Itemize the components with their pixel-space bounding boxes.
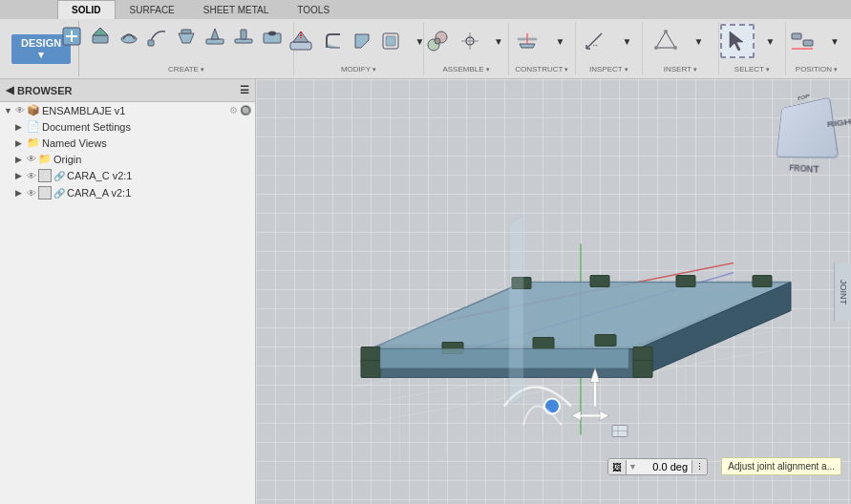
press-pull-btn[interactable] (284, 24, 318, 58)
rib-btn[interactable] (202, 24, 228, 49)
browser-menu-icon[interactable]: ☰ (240, 84, 249, 96)
web-btn[interactable] (230, 24, 257, 49)
modify-section-label[interactable]: MODIFY ▾ (341, 65, 376, 74)
expand-cara-a[interactable]: ▶ (15, 188, 25, 198)
align-btn[interactable] (785, 24, 819, 58)
loft-btn[interactable] (173, 24, 200, 49)
svg-rect-9 (206, 39, 223, 44)
svg-point-23 (435, 38, 440, 44)
cara-a-icon (38, 186, 52, 200)
browser-collapse-icon[interactable]: ◀ (6, 84, 13, 96)
offset-plane-btn[interactable] (510, 24, 544, 58)
joint-tab[interactable]: JOINT (834, 263, 851, 321)
expand-cara-c[interactable]: ▶ (15, 171, 25, 180)
extrude-btn[interactable] (87, 24, 114, 49)
cara-c-label: CARA_C v2:1 (67, 170, 132, 181)
expand-doc[interactable]: ▶ (15, 122, 25, 132)
svg-rect-39 (792, 33, 801, 39)
insert-icons: ▼ (649, 24, 712, 58)
sweep-btn[interactable] (144, 24, 171, 49)
svg-marker-28 (520, 44, 535, 48)
eye-root[interactable]: 👁 (15, 105, 25, 116)
doc-settings-label: Document Settings (42, 121, 131, 133)
eye-cara-a[interactable]: 👁 (27, 188, 36, 199)
chamfer-btn[interactable] (349, 29, 375, 53)
more-select-btn[interactable]: ▼ (756, 29, 783, 53)
measure-btn[interactable]: ↔ (577, 24, 611, 58)
degree-input[interactable] (639, 459, 691, 474)
doc-icon: 📄 (27, 120, 40, 133)
expand-root[interactable]: ▼ (4, 106, 13, 116)
tab-solid[interactable]: SOLID (57, 0, 116, 20)
cara-c-icon (38, 169, 52, 182)
svg-point-36 (673, 46, 677, 50)
cara-a-link-icon: 🔗 (53, 188, 65, 199)
svg-marker-34 (656, 32, 675, 48)
insert-mesh-btn[interactable] (649, 24, 683, 58)
viewcube[interactable]: TOP RIGHT FRONT (765, 89, 841, 165)
construct-section-label[interactable]: CONSTRUCT ▾ (515, 65, 568, 74)
tree-item-origin[interactable]: ▶ 👁 📁 Origin (0, 151, 255, 167)
more-insert-btn[interactable]: ▼ (685, 29, 712, 53)
viewcube-top-label[interactable]: TOP (797, 93, 809, 102)
cara-a-label: CARA_A v2:1 (67, 187, 131, 199)
tree-item-doc-settings[interactable]: ▶ 📄 Document Settings (0, 118, 255, 135)
root-circle[interactable]: 🔘 (240, 105, 251, 116)
more-construct-btn[interactable]: ▼ (546, 29, 573, 53)
inspect-section-label[interactable]: INSPECT ▾ (589, 65, 628, 74)
tooltip-adjust-joint: Adjust joint alignment a... (721, 457, 841, 475)
degree-dropdown-icon[interactable]: ▼ (627, 462, 639, 472)
tree-item-root[interactable]: ▼ 👁 📦 ENSAMBLAJE v1 ⚙ 🔘 (0, 102, 255, 118)
revolve-btn[interactable] (116, 24, 142, 49)
new-component-btn[interactable] (58, 24, 85, 49)
expand-origin[interactable]: ▶ (15, 155, 25, 164)
viewcube-face[interactable]: TOP RIGHT FRONT (777, 97, 840, 158)
svg-marker-38 (730, 32, 743, 51)
svg-rect-6 (148, 40, 154, 46)
insert-section-label[interactable]: INSERT ▾ (664, 65, 697, 74)
degree-menu[interactable]: ⋮ (691, 460, 707, 473)
tab-tools[interactable]: TOOLS (283, 0, 344, 19)
eye-cara-c[interactable]: 👁 (27, 171, 36, 181)
shell-btn[interactable] (377, 29, 404, 53)
section-create: ▼ CREATE ▾ (79, 22, 294, 75)
section-modify: ▼ MODIFY ▾ (294, 22, 424, 75)
create-section-label[interactable]: CREATE ▾ (168, 65, 204, 74)
svg-marker-75 (571, 411, 581, 421)
select-btn[interactable] (720, 24, 755, 58)
tab-row: SOLID SURFACE SHEET METAL TOOLS (0, 0, 851, 19)
modify-icons: ▼ (284, 24, 433, 58)
browser-title: BROWSER (17, 85, 72, 96)
tree-item-cara-c[interactable]: ▶ 👁 🔗 CARA_C v2:1 (0, 167, 255, 184)
toolbar-top: SOLID SURFACE SHEET METAL TOOLS DESIGN ▾ (0, 0, 851, 79)
viewcube-front-label[interactable]: FRONT (789, 162, 819, 176)
tab-sheet-metal[interactable]: SHEET METAL (189, 0, 284, 19)
tab-surface[interactable]: SURFACE (116, 0, 189, 19)
more-assemble-btn[interactable]: ▼ (485, 29, 512, 53)
root-gear[interactable]: ⚙ (229, 105, 238, 116)
svg-rect-61 (361, 361, 380, 378)
expand-named-views[interactable]: ▶ (15, 138, 25, 148)
position-section-label[interactable]: POSITION ▾ (796, 65, 838, 74)
svg-rect-70 (753, 276, 772, 287)
eye-origin[interactable]: 👁 (27, 154, 36, 164)
degree-icon[interactable]: 🖼 (608, 460, 627, 474)
svg-rect-15 (290, 42, 311, 50)
more-position-btn[interactable]: ▼ (821, 29, 848, 53)
joint-origin-btn[interactable] (457, 29, 483, 53)
browser-header: ◀ BROWSER ☰ (0, 79, 255, 102)
more-inspect-btn[interactable]: ▼ (613, 29, 640, 53)
fillet-btn[interactable] (320, 29, 347, 53)
tree-item-named-views[interactable]: ▶ 📁 Named Views (0, 135, 255, 151)
origin-icon: 📁 (38, 153, 52, 165)
section-select: ▼ SELECT ▾ (719, 22, 786, 75)
named-views-icon: 📁 (27, 136, 40, 149)
tree-item-cara-a[interactable]: ▶ 👁 🔗 CARA_A v2:1 (0, 184, 255, 201)
svg-marker-18 (355, 34, 369, 48)
hole-btn[interactable] (259, 24, 286, 49)
select-section-label[interactable]: SELECT ▾ (734, 65, 770, 74)
joint-btn[interactable] (420, 24, 455, 58)
svg-point-72 (544, 399, 560, 414)
viewport[interactable]: TOP RIGHT FRONT JOINT 🖼 ▼ ⋮ Adjust joint (256, 79, 851, 504)
assemble-section-label[interactable]: ASSEMBLE ▾ (442, 65, 489, 74)
